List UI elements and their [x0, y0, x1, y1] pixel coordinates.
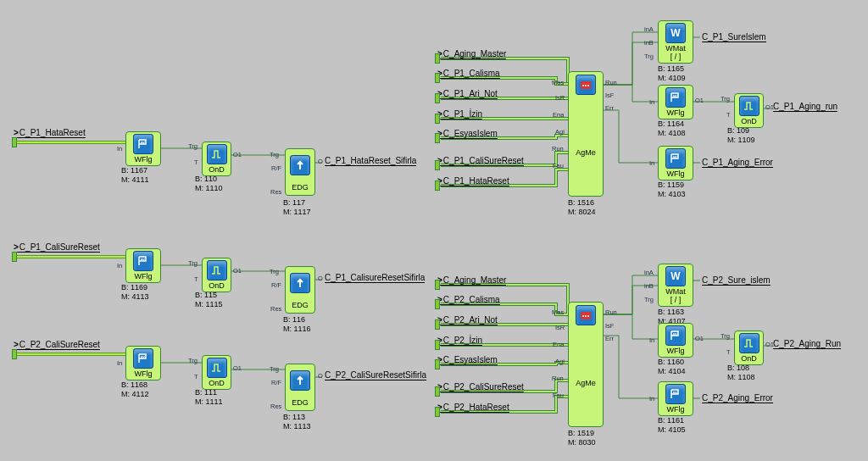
input-terminal[interactable]	[12, 137, 17, 147]
ond-block[interactable]: OnD	[202, 355, 231, 390]
ond-icon	[739, 96, 760, 116]
input-terminal[interactable]	[12, 349, 17, 359]
ond-icon	[207, 260, 227, 280]
wflg-block[interactable]: w WFlg	[125, 248, 161, 283]
wmat-icon: W	[665, 23, 686, 43]
svg-text:w: w	[672, 390, 677, 395]
ond-block[interactable]: OnD	[202, 258, 231, 292]
ond-block[interactable]: OnD	[734, 330, 764, 365]
input-label: C_P2_CaliSureReset	[14, 340, 100, 350]
wflg-block[interactable]: w WFlg	[658, 146, 693, 181]
svg-point-12	[587, 85, 589, 86]
output-label: C_P1_SureIslem	[702, 32, 766, 42]
edg-block[interactable]: EDG	[285, 364, 315, 411]
svg-text:w: w	[672, 154, 677, 159]
svg-text:w: w	[672, 93, 677, 98]
ond-icon	[739, 333, 760, 353]
svg-text:w: w	[140, 257, 145, 262]
edg-icon	[290, 370, 310, 391]
wmat-icon: W	[665, 266, 686, 286]
wmat-block[interactable]: W WMat[ / ]	[658, 264, 693, 307]
agme-icon	[576, 305, 596, 325]
wflg-icon: w	[665, 384, 686, 404]
block-label: B: 110M: 1110	[195, 175, 223, 193]
edg-block[interactable]: EDG	[285, 266, 315, 314]
output-label: C_P2_Aging_Error	[702, 393, 773, 403]
wflg-block[interactable]: w WFlg	[658, 323, 693, 358]
edg-icon	[290, 155, 310, 175]
svg-rect-15	[581, 312, 591, 319]
input-label: C_P1_CaliSureReset	[14, 242, 100, 253]
wflg-block[interactable]: w WFlg	[125, 346, 161, 380]
edg-block[interactable]: EDG	[285, 148, 315, 196]
output-label: C_P1_Aging_run	[773, 102, 837, 112]
agme-icon	[576, 75, 596, 95]
output-label: C_P2_CaliSureResetSifirla	[325, 370, 426, 380]
output-label: C_P2_Aging_Run	[773, 339, 841, 349]
block-label: B: 117M: 1117	[283, 198, 311, 217]
svg-point-17	[585, 315, 587, 317]
wflg-icon: w	[665, 87, 686, 108]
block-label: B: 1167M: 4111	[121, 166, 149, 185]
wflg-icon: w	[665, 325, 686, 346]
wflg-icon: w	[133, 134, 153, 154]
wflg-block[interactable]: w WFlg	[658, 381, 693, 416]
output-label: C_P1_HataReset_Sifirla	[325, 156, 416, 166]
svg-point-18	[587, 315, 589, 317]
wmat-block[interactable]: W WMat[ / ]	[658, 20, 693, 64]
output-label: C_P1_CalisureResetSifirla	[325, 273, 425, 283]
wflg-icon: w	[665, 148, 686, 169]
output-label: C_P1_Aging_Error	[702, 158, 773, 168]
svg-point-11	[585, 85, 587, 86]
ond-block[interactable]: OnD	[202, 142, 231, 176]
wflg-block[interactable]: w WFlg	[125, 131, 161, 166]
agme-block[interactable]: AgMe	[568, 71, 604, 197]
svg-text:w: w	[140, 354, 145, 359]
svg-text:w: w	[672, 331, 677, 336]
wflg-block[interactable]: w WFlg	[658, 85, 693, 119]
ond-block[interactable]: OnD	[734, 93, 764, 128]
ond-icon	[207, 358, 227, 378]
wflg-icon: w	[133, 348, 153, 369]
wflg-icon: w	[133, 251, 153, 271]
svg-point-10	[582, 85, 584, 86]
input-label: C_P1_HataReset	[14, 128, 86, 138]
svg-text:w: w	[140, 140, 145, 145]
ond-icon	[207, 144, 227, 164]
edg-icon	[290, 273, 310, 293]
agme-block[interactable]: AgMe	[568, 302, 604, 427]
input-terminal[interactable]	[12, 252, 17, 262]
output-label: C_P2_Sure_islem	[702, 275, 771, 286]
svg-point-16	[582, 315, 584, 317]
svg-rect-9	[581, 81, 591, 89]
